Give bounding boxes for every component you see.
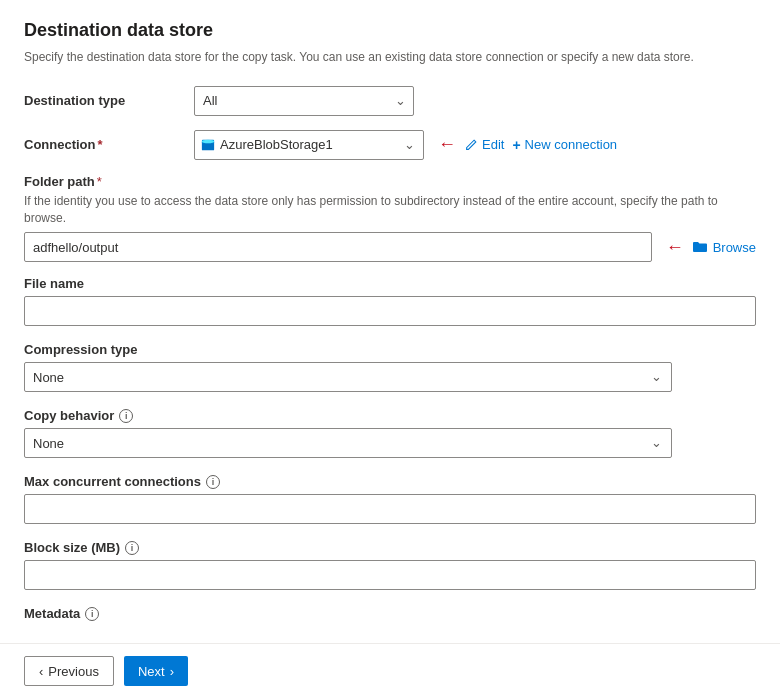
max-concurrent-connections-input[interactable]: [24, 494, 756, 524]
connection-label: Connection*: [24, 137, 194, 152]
copy-behavior-block: Copy behavior i None FlattenHierarchy Me…: [24, 408, 756, 458]
connection-control-wrapper: AzureBlobStorage1 ← Edit + New connectio…: [194, 130, 617, 160]
file-name-block: File name: [24, 276, 756, 326]
compression-type-label: Compression type: [24, 342, 756, 357]
folder-path-input[interactable]: [24, 232, 652, 262]
copy-behavior-select[interactable]: None FlattenHierarchy MergeFiles Preserv…: [24, 428, 672, 458]
destination-type-select-wrapper: All Azure Blob Storage Azure Data Lake A…: [194, 86, 414, 116]
connection-dropdown[interactable]: AzureBlobStorage1: [194, 130, 424, 160]
compression-type-select-wrapper: None GZip Deflate BZip2 ZipDeflate Snapp…: [24, 362, 672, 392]
destination-type-select[interactable]: All Azure Blob Storage Azure Data Lake A…: [194, 86, 414, 116]
next-button[interactable]: Next ›: [124, 656, 188, 686]
destination-type-control: All Azure Blob Storage Azure Data Lake A…: [194, 86, 756, 116]
next-chevron-icon: ›: [170, 664, 174, 679]
folder-path-description: If the identity you use to access the da…: [24, 193, 756, 227]
file-name-label: File name: [24, 276, 756, 291]
block-size-input[interactable]: [24, 560, 756, 590]
compression-type-select[interactable]: None GZip Deflate BZip2 ZipDeflate Snapp…: [24, 362, 672, 392]
connection-row: Connection* AzureBlobStorage1 ←: [24, 130, 756, 160]
folder-path-label: Folder path: [24, 174, 95, 189]
copy-behavior-info-icon: i: [119, 409, 133, 423]
block-size-block: Block size (MB) i: [24, 540, 756, 590]
folder-path-label-row: Folder path *: [24, 174, 756, 189]
copy-behavior-label: Copy behavior i: [24, 408, 756, 423]
block-size-label: Block size (MB) i: [24, 540, 756, 555]
folder-path-required-star: *: [97, 174, 102, 189]
previous-button[interactable]: ‹ Previous: [24, 656, 114, 686]
file-name-input[interactable]: [24, 296, 756, 326]
metadata-info-icon: i: [85, 607, 99, 621]
footer: ‹ Previous Next ›: [0, 643, 780, 698]
folder-path-input-row: ← Browse: [24, 232, 756, 262]
folder-icon: [692, 239, 708, 255]
folder-path-red-arrow: ←: [666, 237, 684, 258]
browse-button[interactable]: Browse: [692, 239, 756, 255]
plus-icon: +: [512, 137, 520, 153]
destination-type-label: Destination type: [24, 93, 194, 108]
new-connection-button[interactable]: + New connection: [512, 137, 617, 153]
max-concurrent-connections-block: Max concurrent connections i: [24, 474, 756, 524]
folder-path-section: Folder path * If the identity you use to…: [24, 174, 756, 263]
connection-required-star: *: [98, 137, 103, 152]
block-size-info-icon: i: [125, 541, 139, 555]
blob-storage-icon: [201, 138, 215, 152]
page-title: Destination data store: [24, 20, 756, 41]
svg-point-2: [202, 140, 214, 144]
max-concurrent-connections-label: Max concurrent connections i: [24, 474, 756, 489]
previous-chevron-icon: ‹: [39, 664, 43, 679]
max-concurrent-info-icon: i: [206, 475, 220, 489]
metadata-block: Metadata i: [24, 606, 756, 621]
compression-type-block: Compression type None GZip Deflate BZip2…: [24, 342, 756, 392]
pencil-icon: [464, 138, 478, 152]
edit-connection-button[interactable]: Edit: [464, 137, 504, 152]
connection-dropdown-wrapper: AzureBlobStorage1: [194, 130, 424, 160]
metadata-label: Metadata i: [24, 606, 756, 621]
page-subtitle: Specify the destination data store for t…: [24, 49, 756, 66]
connection-red-arrow: ←: [438, 134, 456, 155]
copy-behavior-select-wrapper: None FlattenHierarchy MergeFiles Preserv…: [24, 428, 672, 458]
destination-type-row: Destination type All Azure Blob Storage …: [24, 86, 756, 116]
